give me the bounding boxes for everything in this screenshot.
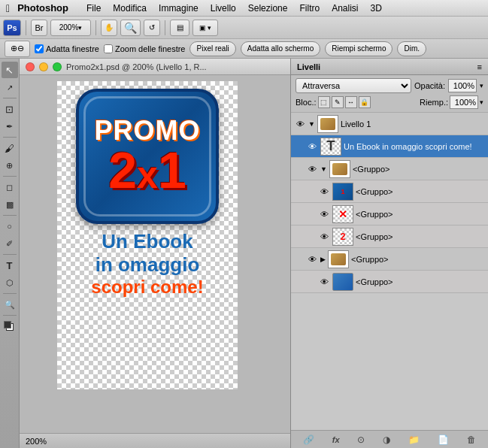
thumb-text: T [320,138,341,156]
canvas-image: PROMO 2x1 Un Ebook in omaggio scopri com… [57,81,238,389]
lock-icon1[interactable]: ⬚ [318,96,330,108]
brush-options-btn[interactable]: Br [31,20,47,36]
menu-selezione[interactable]: Selezione [242,3,294,14]
path-tool[interactable]: ⬡ [2,274,18,291]
layer-text[interactable]: 👁 T Un Ebook in omaggio scopri come! [291,135,488,158]
layer-gruppo2[interactable]: 👁 ▶ <Gruppo> [291,248,488,271]
expand-gruppo2[interactable]: ▶ [320,256,326,263]
selection-tool[interactable]: ↖ [2,62,18,78]
riempi-schermo-btn[interactable]: Riempi schermo [325,41,393,56]
delete-btn[interactable]: 🗑 [467,434,476,445]
layers-collapse-icon[interactable]: ≡ [477,62,482,71]
expand-gruppo1[interactable]: ▼ [320,165,327,173]
riemp-input[interactable] [450,95,478,109]
adatta-schermo-btn[interactable]: Adatta allo schermo [241,41,320,56]
eyedropper-tool[interactable]: ✒ [2,118,18,135]
riemp-arrow[interactable]: ▾ [480,98,483,106]
folder-icon-livello1 [320,118,335,130]
fg-bg-colors[interactable] [2,318,18,334]
tools-divider6 [3,293,17,294]
eye-gruppo1b[interactable]: 👁 [318,208,330,220]
lock-icon4[interactable]: 🔒 [359,96,371,108]
name-gruppo2: <Gruppo> [351,255,485,264]
layer-gruppo1b[interactable]: 👁 ✕ <Gruppo> [291,203,488,226]
adatta-finestre-option[interactable]: Adatta finestre [35,44,99,53]
layer-gruppo1[interactable]: 👁 ▼ <Gruppo> [291,158,488,180]
layers-title: Livelli [297,62,320,71]
zoom-tool-btn[interactable]: 🔍 [120,20,141,36]
link-btn[interactable]: 🔗 [303,434,314,445]
expand-livello1[interactable]: ▼ [308,120,315,128]
menu-livello[interactable]: Livello [205,3,242,14]
opacity-arrow[interactable]: ▾ [480,82,483,89]
menu-analisi[interactable]: Analisi [326,3,364,14]
close-btn[interactable] [26,62,35,71]
eye-livello1[interactable]: 👁 [294,118,306,130]
view-btn[interactable]: ▤ [170,20,189,36]
ps-logo-btn[interactable]: Ps [3,20,21,36]
adatta-finestre-checkbox[interactable] [35,44,44,53]
rotate-tool-btn[interactable]: ↺ [144,20,160,36]
app-name[interactable]: Photoshop [17,2,68,14]
lock-icon2[interactable]: ✎ [332,96,344,108]
direct-select-tool[interactable]: ↗ [2,79,18,95]
layer-gruppo1a[interactable]: 👁 1 <Gruppo> [291,180,488,203]
promo-1: 1 [158,141,186,198]
menubar:  Photoshop File Modifica Immagine Livel… [0,0,488,17]
dim-btn[interactable]: Dim. [397,41,426,56]
lock-icon3[interactable]: ↔ [345,96,357,108]
menu-file[interactable]: File [80,3,107,14]
tools-divider2 [3,137,17,138]
promo-2: 2 [108,141,137,198]
eye-gruppo1a[interactable]: 👁 [318,186,330,198]
zoom-display[interactable]: 200% ▾ [50,20,91,36]
eye-text[interactable]: 👁 [306,141,318,153]
zoom-in-tool[interactable]: 🔍 [2,296,18,313]
menu-modifica[interactable]: Modifica [107,3,153,14]
adjustment-btn[interactable]: ◑ [383,434,390,445]
layer-livello1[interactable]: 👁 ▼ Livello 1 [291,113,488,135]
thumb-gruppo1a: 1 [332,183,353,201]
folder-icon-gruppo1 [332,163,347,175]
thumb-2-icon: 2 [341,232,346,242]
eye-gruppo2[interactable]: 👁 [306,253,318,265]
crop-tool[interactable]: ⊡ [2,101,18,117]
eye-gruppo1[interactable]: 👁 [306,163,318,175]
layer-gruppo1c[interactable]: 👁 2 <Gruppo> [291,226,488,248]
fx-btn[interactable]: fx [332,435,340,444]
layers-controls: Attraversa Opacità: ▾ Bloc.: ⬚ ✎ ↔ 🔒 Rie… [291,75,488,113]
layout-btn[interactable]: ▣ ▾ [192,20,218,36]
menu-filtro[interactable]: Filtro [293,3,326,14]
canvas-area[interactable]: Promo2x1.psd @ 200% (Livello 1, R... PRO… [20,59,290,448]
eye-gruppo2a[interactable]: 👁 [318,276,330,288]
pen-tool[interactable]: ✐ [2,235,18,252]
layer-gruppo2a[interactable]: 👁 <Gruppo> [291,271,488,293]
group-btn[interactable]: 📁 [408,434,420,445]
gradient-tool[interactable]: ▩ [2,196,18,213]
menu-3d[interactable]: 3D [365,3,388,14]
zoom-finestre-option[interactable]: Zoom delle finestre [104,44,186,53]
new-layer-btn[interactable]: 📄 [438,434,449,445]
pixel-reali-btn[interactable]: Pixel reali [189,41,235,56]
menu-immagine[interactable]: Immagine [153,3,205,14]
promo-top-text: PROMO [94,117,200,144]
magnify-btns[interactable]: ⊕⊖ [5,41,30,57]
eraser-tool[interactable]: ◻ [2,179,18,195]
dodge-tool[interactable]: ○ [2,218,18,235]
opacity-input[interactable] [448,79,477,92]
blend-mode-select[interactable]: Attraversa [296,78,411,93]
mask-btn[interactable]: ⊙ [357,434,365,445]
eye-gruppo1c[interactable]: 👁 [318,231,330,243]
maximize-btn[interactable] [53,62,62,71]
thumb-gruppo2 [328,250,349,268]
hand-tool-btn[interactable]: ✋ [101,20,117,36]
promo-main-text: 2x1 [108,144,186,195]
type-tool[interactable]: T [2,257,18,274]
minimize-btn[interactable] [39,62,48,71]
promo-line3: scopri come! [91,277,203,298]
stamp-tool[interactable]: ⊕ [2,157,18,174]
layers-list: 👁 ▼ Livello 1 👁 T Un Ebook in omaggio sc… [291,113,488,430]
name-livello1: Livello 1 [341,120,485,129]
brush-tool[interactable]: 🖌 [2,140,18,156]
zoom-finestre-checkbox[interactable] [104,44,113,53]
